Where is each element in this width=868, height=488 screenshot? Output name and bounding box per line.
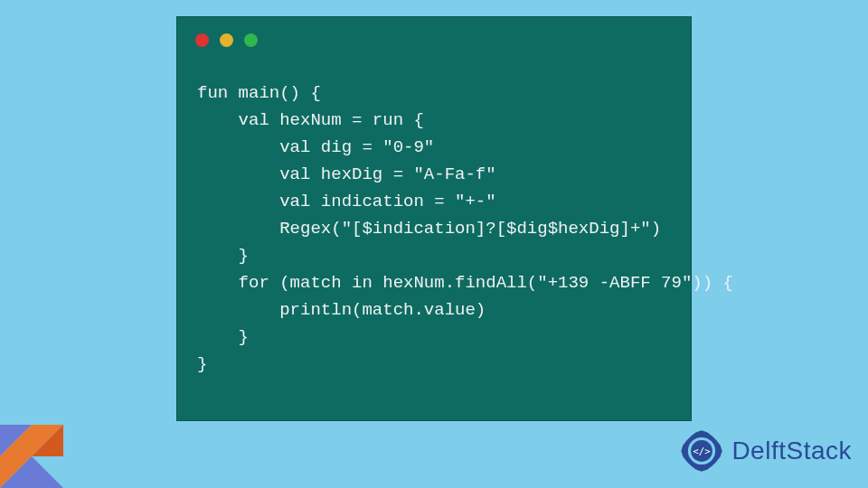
minimize-icon [220,33,233,47]
code-line: fun main() { [197,83,321,103]
kotlin-logo-icon [0,425,63,488]
code-line: val hexNum = run { [197,110,424,130]
code-line: Regex("[$indication]?[$dig$hexDig]+") [197,219,661,239]
code-line: } [197,246,249,266]
code-line: } [197,327,249,347]
code-line: val dig = "0-9" [197,137,434,157]
code-line: } [197,354,207,374]
brand-badge: </> DelftStack [677,427,852,475]
code-content: fun main() { val hexNum = run { val dig … [177,54,691,396]
window-control-bar [177,17,691,54]
code-line: println(match.value) [197,300,486,320]
brand-name: DelftStack [731,436,852,465]
svg-text:</>: </> [693,446,712,457]
code-line: for (match in hexNum.findAll("+139 -ABFF… [197,273,733,293]
code-line: val hexDig = "A-Fa-f" [197,164,496,184]
maximize-icon [244,33,258,47]
brand-logo-icon: </> [677,427,726,475]
code-line: val indication = "+-" [197,192,496,211]
code-window: fun main() { val hexNum = run { val dig … [176,16,692,421]
close-icon [195,33,209,47]
